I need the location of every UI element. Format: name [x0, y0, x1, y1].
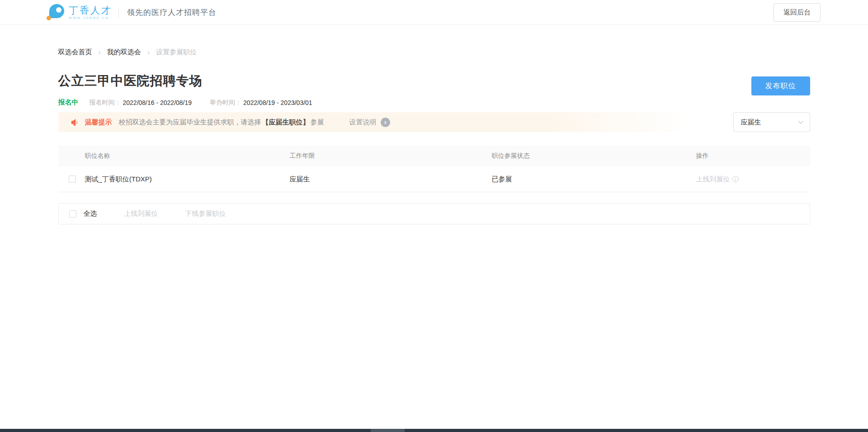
megaphone-icon	[71, 118, 80, 127]
cell-action[interactable]: 上线到展位	[696, 175, 810, 184]
breadcrumb-item-fair-home[interactable]: 双选会首页	[58, 48, 92, 57]
logo-text: 丁香人才 WWW.JOBMD.CN	[69, 5, 112, 19]
breadcrumb: 双选会首页 › 我的双选会 › 设置参展职位	[58, 48, 810, 57]
cell-experience: 应届生	[290, 175, 492, 184]
experience-filter-dropdown[interactable]: 应届生	[733, 112, 810, 132]
notice-text-after: 参展	[311, 118, 324, 126]
notice-tip-label: 温馨提示	[85, 118, 112, 127]
column-header-actions: 操作	[696, 152, 810, 160]
back-to-admin-button[interactable]: 返回后台	[774, 3, 821, 22]
breadcrumb-item-my-fairs[interactable]: 我的双选会	[107, 48, 141, 57]
event-time-value: 2022/08/19 - 2023/03/01	[243, 99, 312, 106]
select-all-checkbox[interactable]	[69, 210, 76, 218]
job-table: 职位名称 工作年限 职位参展状态 操作 测试_丁香职位(TDXP) 应届生 已参…	[58, 146, 810, 192]
notice-text-before: 校招双选会主要为应届毕业生提供求职，请选择	[119, 118, 261, 126]
online-to-booth-link[interactable]: 上线到展位	[696, 175, 730, 184]
header-divider	[118, 7, 119, 17]
top-header: 丁香人才 WWW.JOBMD.CN 领先的医疗人才招聘平台 返回后台	[0, 0, 868, 25]
notice-text-highlight: 【应届生职位】	[262, 118, 310, 126]
header-tagline: 领先的医疗人才招聘平台	[127, 7, 217, 18]
batch-online-button[interactable]: 上线到展位	[124, 209, 158, 218]
column-header-booth-status: 职位参展状态	[492, 152, 696, 160]
page-head: 公立三甲中医院招聘专场 报名中 报名时间： 2022/08/16 - 2022/…	[58, 73, 810, 107]
notice-text: 校招双选会主要为应届毕业生提供求职，请选择【应届生职位】参展	[119, 118, 324, 127]
arrow-right-circle-icon[interactable]	[381, 118, 390, 127]
table-row: 测试_丁香职位(TDXP) 应届生 已参展 上线到展位	[58, 166, 810, 192]
info-icon[interactable]	[732, 176, 739, 182]
footer-strip-segment	[371, 429, 405, 432]
header-left: 丁香人才 WWW.JOBMD.CN 领先的医疗人才招聘平台	[45, 3, 217, 22]
logo[interactable]: 丁香人才 WWW.JOBMD.CN	[45, 3, 112, 22]
signup-time-value: 2022/08/16 - 2022/08/19	[123, 99, 192, 106]
notice-row: 温馨提示 校招双选会主要为应届毕业生提供求职，请选择【应届生职位】参展 设置说明…	[58, 112, 810, 132]
logo-website: WWW.JOBMD.CN	[69, 16, 112, 19]
notice-bar: 温馨提示 校招双选会主要为应届毕业生提供求职，请选择【应届生职位】参展 设置说明	[58, 112, 691, 132]
page-title: 公立三甲中医院招聘专场	[58, 73, 810, 89]
row-checkbox[interactable]	[69, 176, 76, 183]
event-time-label: 举办时间：	[210, 99, 241, 107]
column-header-job-name: 职位名称	[85, 152, 290, 160]
setting-instructions-label: 设置说明	[349, 118, 377, 127]
logo-brand-name: 丁香人才	[69, 5, 112, 15]
logo-orange-dot	[47, 16, 51, 20]
dropdown-selected-value: 应届生	[741, 118, 761, 127]
breadcrumb-item-current: 设置参展职位	[156, 48, 197, 57]
status-line: 报名中 报名时间： 2022/08/16 - 2022/08/19 举办时间： …	[58, 98, 810, 107]
signup-time-label: 报名时间：	[90, 99, 121, 107]
logo-icon	[45, 3, 66, 22]
cell-job-name: 测试_丁香职位(TDXP)	[85, 175, 290, 184]
breadcrumb-separator-icon: ›	[99, 48, 101, 57]
select-all-label: 全选	[84, 209, 97, 218]
setting-instructions-link[interactable]: 设置说明	[349, 118, 390, 127]
status-badge: 报名中	[58, 98, 79, 107]
publish-job-button[interactable]: 发布职位	[751, 76, 810, 95]
batch-actions-bar: 全选 上线到展位 下线参展职位	[58, 203, 810, 224]
logo-bubble-dot	[56, 7, 61, 13]
batch-offline-button[interactable]: 下线参展职位	[185, 209, 226, 218]
row-checkbox-cell	[58, 176, 85, 183]
chevron-down-icon	[798, 119, 803, 123]
footer-strip	[0, 429, 868, 432]
main-content: 双选会首页 › 我的双选会 › 设置参展职位 公立三甲中医院招聘专场 报名中 报…	[58, 48, 810, 224]
column-header-experience: 工作年限	[290, 152, 492, 160]
breadcrumb-separator-icon: ›	[147, 48, 150, 57]
cell-booth-status: 已参展	[492, 175, 696, 184]
table-header-row: 职位名称 工作年限 职位参展状态 操作	[58, 146, 810, 166]
